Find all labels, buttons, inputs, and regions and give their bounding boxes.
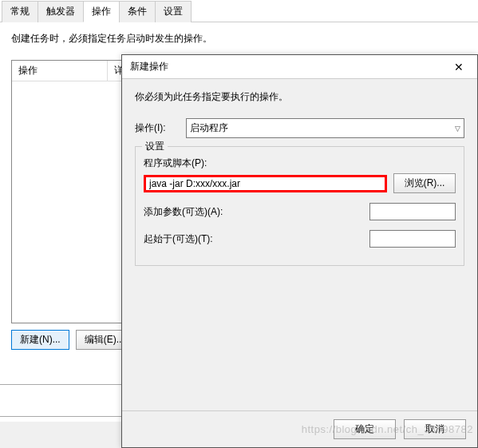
args-label: 添加参数(可选)(A): xyxy=(144,205,223,219)
dialog-description: 你必须为此任务指定要执行的操作。 xyxy=(135,90,464,104)
new-action-button[interactable]: 新建(N)... xyxy=(11,330,69,350)
dialog-footer: 确定 取消 xyxy=(122,410,477,447)
browse-button[interactable]: 浏览(R)... xyxy=(393,173,456,193)
action-label: 操作(I): xyxy=(135,121,181,135)
action-select-row: 操作(I): 启动程序 ▽ xyxy=(135,118,464,138)
startin-label: 起始于(可选)(T): xyxy=(144,232,213,246)
close-icon[interactable]: ✕ xyxy=(447,61,471,73)
tab-conditions[interactable]: 条件 xyxy=(119,1,156,22)
program-label: 程序或脚本(P): xyxy=(144,157,456,170)
args-row: 添加参数(可选)(A): xyxy=(144,203,456,220)
action-select[interactable]: 启动程序 ▽ xyxy=(186,118,464,138)
settings-group: 设置 程序或脚本(P): 浏览(R)... 添加参数(可选)(A): 起始于(可… xyxy=(135,146,464,266)
col-action[interactable]: 操作 xyxy=(12,61,108,81)
tab-general[interactable]: 常规 xyxy=(2,1,38,22)
action-select-value: 启动程序 xyxy=(190,121,228,135)
tab-bar: 常规 触发器 操作 条件 设置 xyxy=(0,0,478,22)
tab-settings[interactable]: 设置 xyxy=(155,1,192,22)
settings-group-title: 设置 xyxy=(142,140,168,153)
dialog-titlebar: 新建操作 ✕ xyxy=(122,55,477,79)
actions-description: 创建任务时，必须指定任务启动时发生的操作。 xyxy=(11,32,467,46)
dialog-body: 你必须为此任务指定要执行的操作。 操作(I): 启动程序 ▽ 设置 程序或脚本(… xyxy=(122,79,477,277)
program-input[interactable] xyxy=(144,175,387,192)
chevron-down-icon: ▽ xyxy=(455,125,460,133)
startin-row: 起始于(可选)(T): xyxy=(144,230,456,248)
cancel-button[interactable]: 取消 xyxy=(404,419,466,439)
dialog-title-text: 新建操作 xyxy=(130,60,168,73)
tab-triggers[interactable]: 触发器 xyxy=(38,1,84,22)
program-row: 浏览(R)... xyxy=(144,173,456,193)
args-input[interactable] xyxy=(369,203,456,220)
divider xyxy=(0,416,121,417)
tab-actions[interactable]: 操作 xyxy=(83,1,120,22)
divider xyxy=(0,384,121,385)
startin-input[interactable] xyxy=(369,230,456,248)
new-action-dialog: 新建操作 ✕ 你必须为此任务指定要执行的操作。 操作(I): 启动程序 ▽ 设置… xyxy=(121,54,478,448)
ok-button[interactable]: 确定 xyxy=(334,419,396,439)
